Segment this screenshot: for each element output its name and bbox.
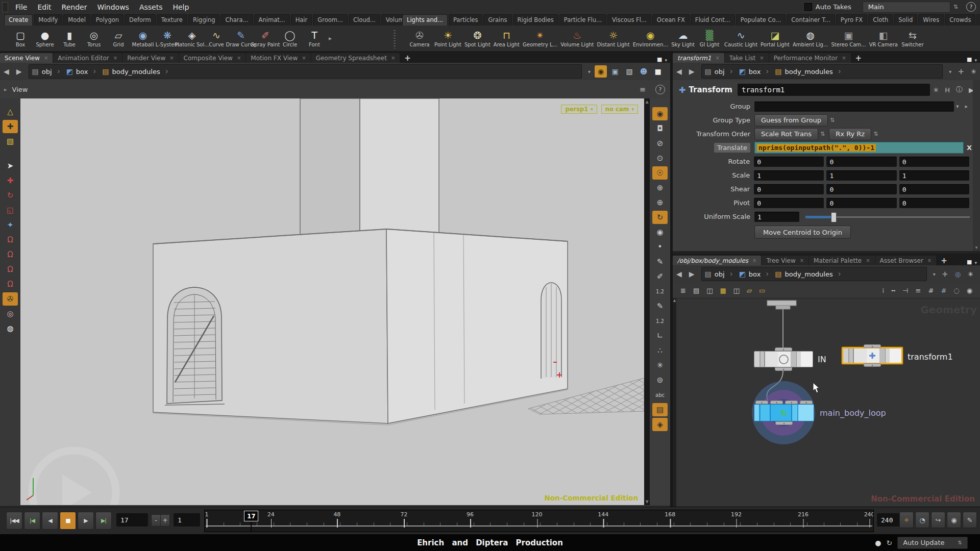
layout-window-icon[interactable]: ◫ [730, 287, 743, 294]
pane-menu-icon[interactable]: ▾ [664, 58, 670, 63]
shelf-tool[interactable]: ◈ Platonic Sol... [180, 29, 204, 47]
parameter-scrollbar[interactable]: ▾ [973, 80, 980, 251]
display-options-eye-icon[interactable]: ◉ [652, 107, 668, 120]
current-frame-field[interactable]: 17 [116, 513, 148, 527]
select-visible-icon[interactable]: ◎ [3, 307, 18, 320]
measure-icon[interactable]: ∟ [652, 329, 668, 342]
close-tab-icon[interactable]: × [44, 55, 48, 61]
brush-display-icon[interactable]: ✎ [652, 299, 668, 313]
shear-y-field[interactable]: 0 [826, 184, 896, 194]
output-connector[interactable]: ▾ [864, 363, 881, 367]
playhead[interactable]: 17 [244, 511, 258, 532]
uniform-scale-field[interactable]: 1 [754, 212, 799, 222]
shelf-tab[interactable]: Model [63, 14, 90, 26]
pin-pane-icon[interactable]: ✛ [954, 68, 967, 76]
add-view-icon[interactable]: ⊕ [652, 181, 668, 194]
breadcrumb-segment[interactable]: ▤ body_modules › [772, 269, 844, 279]
path-dropdown-icon[interactable]: ▾ [946, 69, 954, 74]
shelf-overflow-icon[interactable]: ▸ [329, 35, 332, 42]
menu-item[interactable]: Assets [134, 3, 168, 11]
menu-item[interactable]: Edit [32, 3, 56, 11]
take-selector[interactable]: Main [863, 2, 950, 13]
transform-order-dropdown[interactable]: Scale Rot Trans [754, 128, 818, 140]
shelf-tool[interactable]: ◉ Metaball [131, 29, 155, 47]
shelf-tab[interactable]: Cloth [868, 14, 893, 26]
rotate-order-dropdown[interactable]: Rx Ry Rz [829, 128, 871, 140]
translate-expression-field[interactable]: nprims(opinputpath(".", 0))-1 [754, 142, 964, 154]
grid-display-icon[interactable]: # [937, 287, 950, 294]
pane-tab[interactable]: Scene View × [0, 53, 53, 63]
shear-z-field[interactable]: 0 [899, 184, 969, 194]
shelf-tool[interactable]: ⊓ Area Light [492, 29, 521, 47]
add-pane-tab-button[interactable]: + [851, 54, 866, 63]
shelf-tab[interactable]: Cloud... [349, 14, 380, 26]
shelf-tool[interactable]: ▱ Grid [106, 29, 131, 47]
add-camera-icon[interactable]: ⊕ [652, 196, 668, 209]
rotate-x-field[interactable]: 0 [754, 157, 824, 167]
breadcrumb-segment[interactable]: ◩ box › [736, 67, 772, 76]
pick-marker-icon[interactable]: ✐ [652, 270, 668, 283]
menu-item[interactable]: File [10, 3, 32, 11]
headlight-icon[interactable]: ☉ [652, 166, 668, 180]
close-tab-icon[interactable]: × [169, 55, 174, 61]
prim-number-icon[interactable]: 1.2 [652, 314, 668, 328]
dash-menu-icon[interactable]: ╍ [888, 287, 899, 294]
output-connector[interactable]: ▾ [775, 421, 793, 425]
pane-split-icon[interactable]: ■ [965, 56, 973, 63]
input-connector[interactable]: ▾ [755, 400, 768, 404]
shelf-tab[interactable]: Rigid Bodies [513, 14, 558, 26]
select-tool-icon[interactable]: ➤ [3, 159, 18, 172]
shelf-tab[interactable]: Particles [449, 14, 482, 26]
color-palette-icon[interactable]: ▦ [717, 287, 730, 294]
back-icon[interactable]: ◀ [0, 67, 13, 76]
zoom-search-icon[interactable]: ◌ [950, 287, 963, 294]
view-visibility-icon[interactable]: ◉ [652, 226, 668, 239]
shelf-tool[interactable]: ◍ Ambient Lig... [791, 29, 830, 47]
shelf-tool[interactable]: ◪ Portal Light [759, 29, 791, 47]
range-end-field[interactable]: 240 [877, 513, 901, 527]
shelf-tab[interactable]: Solid [894, 14, 917, 26]
rotate-z-field[interactable]: 0 [899, 157, 969, 167]
animation-options-icon[interactable]: ✎ [963, 512, 977, 528]
menu-item[interactable]: Render [57, 3, 92, 11]
shelf-tool[interactable]: ▢ Box [8, 29, 33, 47]
translate-tool-icon[interactable]: ✚ [3, 174, 18, 187]
auto-refine-icon[interactable]: ↻ [652, 211, 668, 224]
snap-curve-magnet-icon[interactable]: Ω [3, 248, 18, 261]
shelf-tab[interactable]: Rigging [188, 14, 220, 26]
recook-icon[interactable]: ↻ [886, 539, 892, 547]
close-tab-icon[interactable]: × [752, 258, 756, 263]
scale-tool-icon[interactable]: ◱ [3, 204, 18, 217]
network-editor[interactable]: ▲ Geometry ▾ ▾ IN ▾ ✚ [673, 298, 980, 507]
close-tab-icon[interactable]: × [760, 55, 764, 61]
shelf-tool[interactable]: ✴ Geometry L... [521, 29, 559, 47]
shelf-tool[interactable]: ☁ Sky Light [670, 29, 696, 47]
shelf-tab[interactable]: Drive Simu... [976, 14, 980, 26]
shelf-tool[interactable]: ◉ Environmen... [631, 29, 670, 47]
pin-network-icon[interactable]: ✛ [939, 270, 951, 278]
play-icon[interactable]: ▶ [78, 512, 94, 530]
shelf-tool[interactable]: ◧ VR Camera [868, 29, 899, 47]
shelf-tool[interactable]: ☀ Point Light [433, 29, 463, 47]
close-tab-icon[interactable]: × [715, 55, 719, 61]
network-tree-icon[interactable]: ≣ [677, 287, 690, 294]
pencil-annotate-icon[interactable]: ✎ [652, 255, 668, 268]
pane-split-icon[interactable]: ■ [655, 56, 664, 63]
group-type-dropdown[interactable]: Guess from Group [754, 114, 828, 127]
panel-mode-icon[interactable]: ◫ [703, 287, 716, 294]
pane-layout-icon[interactable]: ≡ [635, 85, 650, 93]
shelf-tool[interactable]: ✐ Spray Paint [253, 29, 278, 47]
pane-grip[interactable] [2, 2, 8, 12]
character-display-icon[interactable]: ☻ [638, 65, 650, 78]
forward-icon[interactable]: ▶ [13, 67, 26, 76]
network-gear-icon[interactable]: ✳ [964, 270, 977, 278]
set-keyframe-icon[interactable]: ✧ [899, 512, 914, 528]
shelf-tab[interactable]: Lights and... [402, 14, 448, 26]
shelf-tool[interactable]: ▒ GI Light [696, 29, 723, 47]
forward-icon[interactable]: ▶ [685, 67, 698, 76]
range-start-field[interactable]: 1 [174, 513, 200, 527]
node-transform1[interactable]: ▾ ✚ ▾ [842, 347, 903, 364]
uniform-scale-slider[interactable] [805, 212, 972, 222]
shelf-tool[interactable]: ✎ Draw Curve [229, 29, 253, 47]
shelf-tool[interactable]: ♨ Volume Light [559, 29, 595, 47]
